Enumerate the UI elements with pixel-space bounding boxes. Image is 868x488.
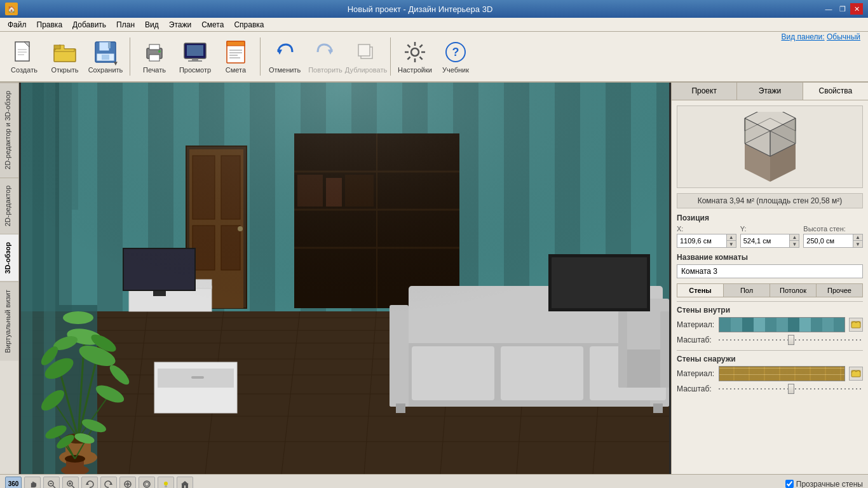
- pos-x-down[interactable]: ▼: [727, 241, 736, 247]
- pos-y-value[interactable]: [741, 234, 790, 247]
- settings-icon: [402, 39, 428, 65]
- walls-inside-slider[interactable]: [719, 335, 863, 345]
- svg-point-15: [158, 50, 161, 53]
- tab-project[interactable]: Проект: [672, 83, 737, 100]
- tab-floors[interactable]: Этажи: [737, 83, 803, 100]
- pos-h-input[interactable]: ▲ ▼: [803, 234, 863, 248]
- menu-file[interactable]: Файл: [3, 19, 32, 30]
- menu-view[interactable]: Вид: [140, 19, 164, 30]
- pos-y-down[interactable]: ▼: [790, 241, 799, 247]
- walls-inside-material-row: Материал:: [677, 317, 863, 332]
- titlebar: 🏠 Новый проект - Дизайн Интерьера 3D — ❒…: [0, 0, 868, 18]
- light-button[interactable]: [158, 477, 174, 489]
- maximize-button[interactable]: ❒: [836, 3, 849, 15]
- camera-button[interactable]: [119, 477, 136, 489]
- print-button[interactable]: Печать: [135, 35, 173, 78]
- room-info: Комната 3,94 м² (площадь стен 20,58 м²): [677, 193, 863, 208]
- svg-rect-137: [21, 83, 669, 474]
- walls-outside-scale-row: Масштаб:: [677, 384, 863, 394]
- viewpanel-value[interactable]: Обычный: [827, 32, 860, 41]
- menu-add[interactable]: Добавить: [67, 19, 111, 30]
- svg-rect-17: [187, 45, 203, 56]
- duplicate-icon: [353, 39, 379, 65]
- pos-x-input[interactable]: ▲ ▼: [677, 234, 736, 248]
- sidebar-tab-3d[interactable]: 3D-обзор: [0, 234, 18, 281]
- sidebar-tab-2d[interactable]: 2D-редактор: [0, 177, 18, 234]
- svg-rect-29: [358, 44, 370, 56]
- pos-h-up[interactable]: ▲: [853, 234, 862, 241]
- preview-button[interactable]: Просмотр: [176, 35, 214, 78]
- transparent-walls-control[interactable]: Прозрачные стены: [785, 480, 863, 489]
- preview-label: Просмотр: [179, 66, 211, 74]
- tutorial-button[interactable]: ? Учебник: [437, 35, 475, 78]
- pos-x-value[interactable]: [677, 234, 726, 247]
- rotate-cw-button[interactable]: [100, 477, 117, 489]
- menu-estimate[interactable]: Смета: [196, 19, 229, 30]
- estimate-icon: [223, 39, 248, 65]
- sidebar-tab-2d3d[interactable]: 2D-редактор и 3D-обзор: [0, 83, 18, 177]
- menu-help[interactable]: Справка: [229, 19, 269, 30]
- stab-floor[interactable]: Пол: [724, 284, 770, 297]
- toolbar: Создать Открыть Сохранить ▼: [0, 32, 868, 83]
- hand-tool-button[interactable]: [24, 477, 41, 489]
- walls-outside-browse-button[interactable]: [849, 367, 863, 381]
- transparent-walls-checkbox[interactable]: [785, 480, 794, 488]
- pos-x-up[interactable]: ▲: [727, 234, 736, 241]
- slider-thumb-outside[interactable]: [788, 384, 794, 394]
- pos-h-label: Высота стен:: [803, 225, 863, 233]
- walls-inside-browse-button[interactable]: [849, 318, 863, 332]
- save-button[interactable]: Сохранить ▼: [86, 35, 125, 78]
- stab-other[interactable]: Прочее: [817, 284, 862, 297]
- material-sub-tabs: Стены Пол Потолок Прочее: [677, 283, 863, 297]
- settings-button[interactable]: Настройки: [396, 35, 434, 78]
- undo-icon: [272, 39, 297, 65]
- walls-outside-slider[interactable]: [719, 384, 863, 394]
- create-button[interactable]: Создать: [5, 35, 43, 78]
- menu-edit[interactable]: Правка: [32, 19, 68, 30]
- duplicate-button[interactable]: Дублировать: [347, 35, 385, 78]
- redo-icon: [313, 39, 338, 65]
- menu-plan[interactable]: План: [111, 19, 140, 30]
- 3d-viewport[interactable]: [19, 83, 671, 474]
- menubar: Файл Правка Добавить План Вид Этажи Смет…: [0, 18, 868, 32]
- walls-outside-mat-preview[interactable]: [719, 366, 845, 381]
- stab-ceiling[interactable]: Потолок: [770, 284, 817, 297]
- print-label: Печать: [143, 66, 166, 74]
- rotate-ccw-button[interactable]: [81, 477, 98, 489]
- pos-x-spinners: ▲ ▼: [726, 234, 736, 247]
- sidebar-tab-visit[interactable]: Виртуальный визит: [0, 281, 18, 361]
- pos-y-up[interactable]: ▲: [790, 234, 799, 241]
- room-name-input[interactable]: [677, 264, 863, 278]
- pos-h-down[interactable]: ▼: [853, 241, 862, 247]
- svg-marker-172: [181, 481, 189, 488]
- menu-floors[interactable]: Этажи: [164, 19, 196, 30]
- minimize-button[interactable]: —: [822, 3, 835, 15]
- pos-h-spinners: ▲ ▼: [853, 234, 862, 247]
- room-preview: [677, 105, 863, 188]
- pos-y-input[interactable]: ▲ ▼: [740, 234, 800, 248]
- redo-button[interactable]: Повторить: [306, 35, 344, 78]
- home-button[interactable]: [177, 477, 193, 489]
- slider-thumb-inside[interactable]: [788, 335, 794, 345]
- undo-button[interactable]: Отменить: [266, 35, 304, 78]
- toolbar-separator-2: [260, 37, 261, 76]
- stab-walls[interactable]: Стены: [677, 284, 724, 297]
- walls-outside-material-row: Материал:: [677, 366, 863, 381]
- view-360-button[interactable]: 360: [5, 477, 22, 489]
- pos-y-label: Y:: [740, 225, 800, 233]
- svg-line-158: [72, 485, 74, 488]
- pos-h-value[interactable]: [804, 234, 853, 247]
- walls-outside-mat-label: Материал:: [677, 369, 715, 378]
- close-button[interactable]: ✕: [850, 3, 863, 15]
- open-button[interactable]: Открыть: [46, 35, 84, 78]
- svg-point-30: [411, 48, 419, 56]
- camera2-button[interactable]: [139, 477, 155, 489]
- zoom-out-button[interactable]: [43, 477, 60, 489]
- pos-x-label: X:: [677, 225, 736, 233]
- zoom-in-button[interactable]: [62, 477, 79, 489]
- walls-inside-mat-preview[interactable]: [719, 317, 845, 332]
- tab-properties[interactable]: Свойства: [803, 83, 868, 100]
- estimate-button[interactable]: Смета: [217, 35, 255, 78]
- open-icon: [52, 39, 78, 65]
- open-label: Открыть: [51, 66, 78, 74]
